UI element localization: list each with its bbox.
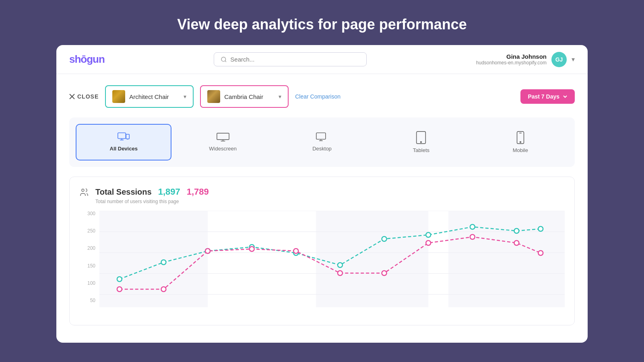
page1-thumbnail [112, 90, 125, 103]
close-icon [69, 94, 75, 99]
chart-section: Total Sessions 1,897 1,789 Total number … [69, 177, 575, 325]
clear-comparison-button[interactable]: Clear Comparison [295, 93, 341, 100]
close-button[interactable]: CLOSE [69, 93, 99, 100]
svg-point-16 [421, 142, 422, 143]
page2-thumbnail [207, 90, 220, 103]
svg-point-0 [221, 57, 226, 62]
svg-rect-7 [126, 134, 129, 139]
all-devices-icon [117, 131, 130, 142]
svg-point-42 [205, 249, 210, 253]
tab-all-devices[interactable]: All Devices [76, 124, 171, 160]
tab-widescreen[interactable]: Widescreen [175, 124, 270, 160]
search-bar[interactable] [214, 52, 367, 66]
svg-point-43 [250, 247, 254, 251]
avatar[interactable]: GJ [551, 52, 567, 67]
svg-point-18 [520, 142, 521, 143]
widescreen-icon [217, 131, 229, 142]
svg-line-1 [225, 61, 226, 62]
svg-point-38 [514, 228, 519, 233]
svg-point-34 [338, 263, 343, 267]
svg-point-36 [426, 232, 431, 237]
date-filter-button[interactable]: Past 7 Days [520, 89, 575, 104]
tablet-icon [415, 131, 427, 144]
device-tabs-container: All Devices Widescreen [69, 117, 575, 167]
app-container: shōgun Gina Johnson hudsonhomes-en.mysho… [56, 45, 588, 343]
svg-point-40 [117, 287, 122, 292]
user-name: Gina Johnson [476, 53, 547, 60]
user-store: hudsonhomes-en.myshopify.com [476, 60, 547, 66]
svg-point-45 [338, 271, 343, 276]
tab-all-devices-label: All Devices [110, 146, 138, 152]
tab-mobile[interactable]: Mobile [473, 124, 568, 160]
page2-dropdown[interactable]: Cambria Chair ▾ [200, 85, 289, 108]
chart-y-labels: 300 250 200 150 100 50 [79, 211, 95, 303]
tab-mobile-label: Mobile [513, 147, 528, 153]
chart-title: Total Sessions [95, 187, 152, 197]
svg-point-48 [470, 234, 475, 239]
desktop-icon [316, 131, 328, 142]
svg-point-41 [161, 287, 166, 292]
svg-rect-9 [217, 133, 229, 140]
chart-header: Total Sessions 1,897 1,789 Total number … [79, 187, 565, 204]
svg-rect-26 [99, 211, 208, 307]
tab-tablets[interactable]: Tablets [373, 124, 469, 160]
chart-value-1: 1,897 [158, 187, 180, 197]
svg-point-49 [514, 241, 519, 245]
svg-point-35 [382, 237, 387, 241]
svg-point-37 [470, 224, 475, 229]
svg-point-50 [538, 251, 543, 255]
page2-label: Cambria Chair [224, 93, 275, 100]
chart-title-group: Total Sessions 1,897 1,789 Total number … [95, 187, 209, 204]
svg-point-39 [538, 226, 543, 231]
svg-point-20 [82, 189, 84, 191]
chart-value-2: 1,789 [187, 187, 209, 197]
tab-desktop[interactable]: Desktop [274, 124, 370, 160]
svg-point-44 [293, 249, 298, 253]
page-heading: View deep analytics for page performance [0, 0, 644, 45]
tab-desktop-label: Desktop [312, 146, 332, 152]
search-input[interactable] [230, 56, 360, 63]
page1-label: Architect Chair [129, 93, 180, 100]
comparison-bar: CLOSE Architect Chair ▾ Cambria Chair ▾ … [69, 85, 575, 108]
tab-tablets-label: Tablets [413, 147, 429, 153]
user-dropdown-chevron[interactable]: ▾ [572, 56, 575, 63]
logo: shōgun [69, 53, 105, 66]
tab-widescreen-label: Widescreen [209, 146, 237, 152]
svg-rect-4 [118, 133, 126, 138]
device-tabs: All Devices Widescreen [76, 124, 568, 160]
search-icon [221, 56, 227, 63]
svg-point-47 [426, 241, 431, 245]
chart-svg-area [99, 211, 565, 315]
user-section: Gina Johnson hudsonhomes-en.myshopify.co… [476, 52, 575, 67]
user-info: Gina Johnson hudsonhomes-en.myshopify.co… [476, 53, 547, 66]
svg-point-29 [117, 277, 122, 282]
page2-chevron: ▾ [279, 93, 281, 100]
svg-rect-27 [316, 211, 428, 307]
mobile-icon [516, 131, 525, 144]
svg-point-46 [382, 271, 387, 276]
chart-title-row: Total Sessions 1,897 1,789 [95, 187, 209, 197]
svg-rect-12 [316, 133, 326, 139]
app-header: shōgun Gina Johnson hudsonhomes-en.mysho… [56, 45, 588, 74]
svg-rect-28 [448, 211, 565, 307]
chart-subtitle: Total number of users visiting this page [95, 199, 209, 204]
page1-dropdown[interactable]: Architect Chair ▾ [105, 85, 194, 108]
date-filter-chevron [563, 94, 568, 99]
chart-area: 300 250 200 150 100 50 [79, 211, 565, 315]
svg-point-30 [161, 260, 166, 265]
page1-chevron: ▾ [184, 93, 186, 100]
sessions-icon [79, 187, 89, 197]
main-content: CLOSE Architect Chair ▾ Cambria Chair ▾ … [56, 74, 588, 343]
chart-svg [99, 211, 565, 315]
